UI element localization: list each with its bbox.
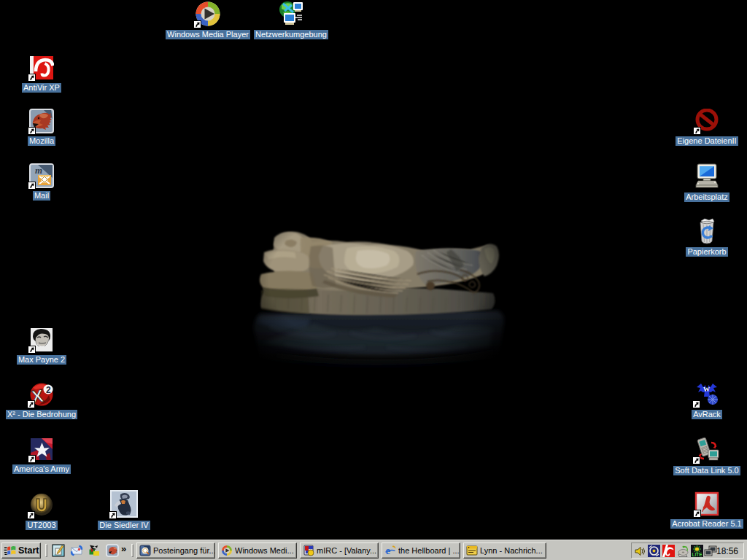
svg-text:LITE: LITE xyxy=(692,552,703,557)
svg-text:W: W xyxy=(703,386,710,393)
svg-text:m: m xyxy=(35,165,42,176)
svg-text:2: 2 xyxy=(46,385,51,395)
